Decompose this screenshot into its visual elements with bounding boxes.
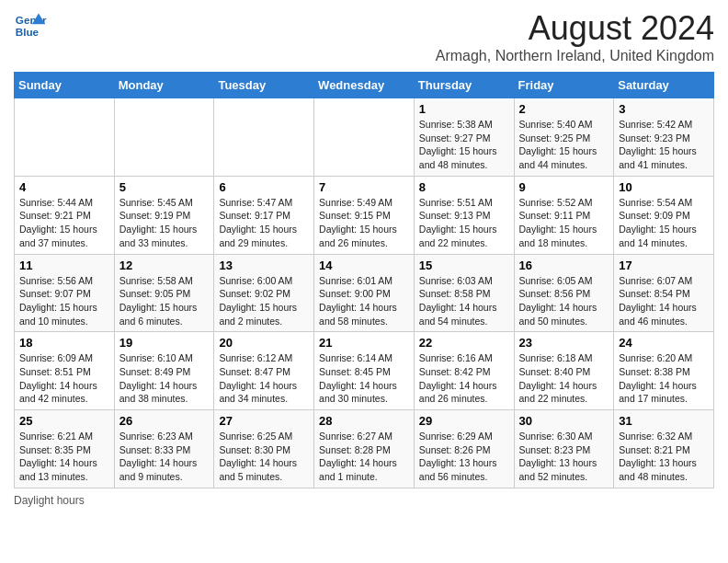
day-info: Sunrise: 6:27 AM Sunset: 8:28 PM Dayligh… [319,430,409,484]
calendar-week-row: 4Sunrise: 5:44 AM Sunset: 9:21 PM Daylig… [15,176,714,254]
day-info: Sunrise: 6:21 AM Sunset: 8:35 PM Dayligh… [19,430,109,484]
day-number: 11 [19,259,109,272]
calendar-cell: 8Sunrise: 5:51 AM Sunset: 9:13 PM Daylig… [414,176,514,254]
day-info: Sunrise: 6:20 AM Sunset: 8:38 PM Dayligh… [619,351,709,406]
day-info: Sunrise: 6:30 AM Sunset: 8:23 PM Dayligh… [519,430,609,484]
calendar-cell [214,98,314,177]
day-info: Sunrise: 5:40 AM Sunset: 9:25 PM Dayligh… [519,118,609,172]
calendar-cell: 28Sunrise: 6:27 AM Sunset: 8:28 PM Dayli… [314,410,415,488]
main-title: August 2024 [436,9,714,48]
day-number: 24 [619,336,709,350]
day-info: Sunrise: 6:29 AM Sunset: 8:26 PM Dayligh… [419,430,509,484]
day-number: 4 [19,180,109,194]
calendar-week-row: 18Sunrise: 6:09 AM Sunset: 8:51 PM Dayli… [15,332,714,410]
day-number: 20 [219,336,309,350]
calendar-cell: 20Sunrise: 6:12 AM Sunset: 8:47 PM Dayli… [214,332,314,410]
day-info: Sunrise: 6:09 AM Sunset: 8:51 PM Dayligh… [19,351,109,406]
calendar-cell: 17Sunrise: 6:07 AM Sunset: 8:54 PM Dayli… [614,254,714,332]
day-info: Sunrise: 6:03 AM Sunset: 8:58 PM Dayligh… [419,274,509,328]
calendar-cell: 2Sunrise: 5:40 AM Sunset: 9:25 PM Daylig… [514,98,614,177]
day-number: 28 [319,414,409,428]
day-number: 10 [619,180,709,194]
day-number: 18 [19,336,109,350]
day-number: 26 [119,414,210,428]
day-number: 15 [419,259,509,272]
day-info: Sunrise: 6:18 AM Sunset: 8:40 PM Dayligh… [519,351,609,406]
day-number: 17 [619,259,709,272]
calendar-cell: 16Sunrise: 6:05 AM Sunset: 8:56 PM Dayli… [514,254,614,332]
day-number: 27 [219,414,309,428]
day-number: 30 [519,414,609,428]
calendar-week-row: 1Sunrise: 5:38 AM Sunset: 9:27 PM Daylig… [15,98,714,177]
day-number: 6 [219,180,309,194]
calendar-cell: 4Sunrise: 5:44 AM Sunset: 9:21 PM Daylig… [15,176,115,254]
day-number: 21 [319,336,409,350]
calendar-cell: 1Sunrise: 5:38 AM Sunset: 9:27 PM Daylig… [414,98,514,177]
calendar-table: SundayMondayTuesdayWednesdayThursdayFrid… [14,72,714,488]
calendar-day-header: Wednesday [314,73,415,98]
day-info: Sunrise: 6:23 AM Sunset: 8:33 PM Dayligh… [119,430,210,484]
day-number: 1 [419,102,509,116]
day-info: Sunrise: 6:00 AM Sunset: 9:02 PM Dayligh… [219,274,309,328]
calendar-cell: 13Sunrise: 6:00 AM Sunset: 9:02 PM Dayli… [214,254,314,332]
day-number: 19 [119,336,210,350]
header: General Blue August 2024 Armagh, Norther… [14,9,714,64]
logo: General Blue [14,9,47,42]
day-info: Sunrise: 6:16 AM Sunset: 8:42 PM Dayligh… [419,351,509,406]
svg-text:Blue: Blue [16,26,40,38]
calendar-cell: 7Sunrise: 5:49 AM Sunset: 9:15 PM Daylig… [314,176,415,254]
day-number: 29 [419,414,509,428]
calendar-cell: 22Sunrise: 6:16 AM Sunset: 8:42 PM Dayli… [414,332,514,410]
day-number: 8 [419,180,509,194]
calendar-day-header: Sunday [15,73,115,98]
calendar-cell: 23Sunrise: 6:18 AM Sunset: 8:40 PM Dayli… [514,332,614,410]
day-info: Sunrise: 6:12 AM Sunset: 8:47 PM Dayligh… [219,351,309,406]
day-info: Sunrise: 6:07 AM Sunset: 8:54 PM Dayligh… [619,274,709,328]
day-info: Sunrise: 6:10 AM Sunset: 8:49 PM Dayligh… [119,351,210,406]
day-number: 25 [19,414,109,428]
calendar-cell: 31Sunrise: 6:32 AM Sunset: 8:21 PM Dayli… [614,410,714,488]
day-info: Sunrise: 5:52 AM Sunset: 9:11 PM Dayligh… [519,196,609,250]
calendar-cell: 11Sunrise: 5:56 AM Sunset: 9:07 PM Dayli… [15,254,115,332]
day-number: 5 [119,180,210,194]
day-info: Sunrise: 5:51 AM Sunset: 9:13 PM Dayligh… [419,196,509,250]
day-info: Sunrise: 5:44 AM Sunset: 9:21 PM Dayligh… [19,196,109,250]
calendar-cell: 26Sunrise: 6:23 AM Sunset: 8:33 PM Dayli… [114,410,214,488]
day-number: 7 [319,180,409,194]
day-number: 31 [619,414,709,428]
calendar-cell: 12Sunrise: 5:58 AM Sunset: 9:05 PM Dayli… [114,254,214,332]
calendar-cell [114,98,214,177]
calendar-day-header: Saturday [614,73,714,98]
calendar-cell [314,98,415,177]
day-number: 14 [319,259,409,272]
calendar-cell: 14Sunrise: 6:01 AM Sunset: 9:00 PM Dayli… [314,254,415,332]
day-info: Sunrise: 6:14 AM Sunset: 8:45 PM Dayligh… [319,351,409,406]
day-info: Sunrise: 5:58 AM Sunset: 9:05 PM Dayligh… [119,274,210,328]
calendar-cell: 19Sunrise: 6:10 AM Sunset: 8:49 PM Dayli… [114,332,214,410]
day-number: 13 [219,259,309,272]
day-info: Sunrise: 5:42 AM Sunset: 9:23 PM Dayligh… [619,118,709,172]
calendar-cell: 30Sunrise: 6:30 AM Sunset: 8:23 PM Dayli… [514,410,614,488]
calendar-week-row: 25Sunrise: 6:21 AM Sunset: 8:35 PM Dayli… [15,410,714,488]
calendar-cell: 25Sunrise: 6:21 AM Sunset: 8:35 PM Dayli… [15,410,115,488]
day-number: 3 [619,102,709,116]
day-info: Sunrise: 6:32 AM Sunset: 8:21 PM Dayligh… [619,430,709,484]
calendar-cell: 9Sunrise: 5:52 AM Sunset: 9:11 PM Daylig… [514,176,614,254]
day-info: Sunrise: 6:25 AM Sunset: 8:30 PM Dayligh… [219,430,309,484]
calendar-cell: 5Sunrise: 5:45 AM Sunset: 9:19 PM Daylig… [114,176,214,254]
calendar-cell: 15Sunrise: 6:03 AM Sunset: 8:58 PM Dayli… [414,254,514,332]
day-number: 12 [119,259,210,272]
subtitle: Armagh, Northern Ireland, United Kingdom [436,48,714,64]
day-number: 2 [519,102,609,116]
day-info: Sunrise: 5:45 AM Sunset: 9:19 PM Dayligh… [119,196,210,250]
calendar-cell [15,98,115,177]
footer-note: Daylight hours [14,494,714,507]
calendar-cell: 21Sunrise: 6:14 AM Sunset: 8:45 PM Dayli… [314,332,415,410]
calendar-cell: 27Sunrise: 6:25 AM Sunset: 8:30 PM Dayli… [214,410,314,488]
day-info: Sunrise: 6:05 AM Sunset: 8:56 PM Dayligh… [519,274,609,328]
calendar-cell: 24Sunrise: 6:20 AM Sunset: 8:38 PM Dayli… [614,332,714,410]
day-info: Sunrise: 5:47 AM Sunset: 9:17 PM Dayligh… [219,196,309,250]
calendar-cell: 29Sunrise: 6:29 AM Sunset: 8:26 PM Dayli… [414,410,514,488]
day-number: 23 [519,336,609,350]
calendar-day-header: Monday [114,73,214,98]
